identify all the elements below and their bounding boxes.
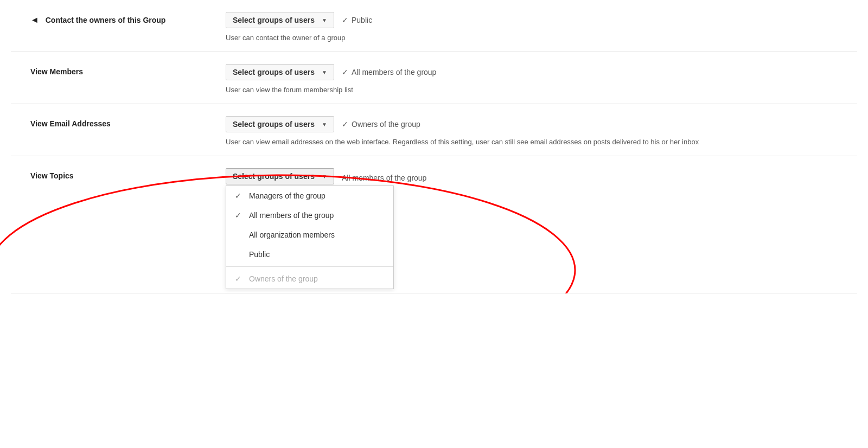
view-members-check-label: All members of the group bbox=[352, 68, 436, 76]
view-members-row: View Members Select groups of users ▼ ✓ … bbox=[11, 52, 857, 104]
contact-owners-row: ◄ Contact the owners of this Group Selec… bbox=[11, 0, 857, 52]
view-topics-dropdown-container: Select groups of users ▼ ✓ Managers of t… bbox=[226, 168, 334, 184]
checkmark-icon: ✓ bbox=[342, 16, 348, 24]
view-topics-check-label: All members of the group bbox=[342, 174, 426, 182]
dropdown-check-icon: ✓ bbox=[235, 191, 244, 200]
dropdown-item-public[interactable]: Public bbox=[226, 245, 393, 264]
dropdown-arrow-icon: ▼ bbox=[322, 17, 327, 23]
dropdown-check-icon bbox=[235, 231, 244, 239]
view-topics-check: All members of the group bbox=[342, 174, 426, 182]
dropdown-item-org-members-label: All organization members bbox=[249, 231, 335, 239]
dropdown-item-owners[interactable]: ✓ Owners of the group bbox=[226, 269, 393, 289]
dropdown-divider bbox=[226, 266, 393, 267]
view-topics-row: View Topics Select groups of users ▼ ✓ M… bbox=[11, 156, 857, 293]
checkmark-icon: ✓ bbox=[342, 120, 348, 129]
dropdown-item-managers[interactable]: ✓ Managers of the group bbox=[226, 186, 393, 206]
dropdown-check-icon: ✓ bbox=[235, 211, 244, 220]
back-arrow[interactable]: ◄ bbox=[30, 15, 39, 24]
view-topics-dropdown-menu: ✓ Managers of the group ✓ All members of… bbox=[226, 185, 394, 289]
view-email-label: View Email Addresses bbox=[30, 119, 111, 128]
contact-owners-dropdown[interactable]: Select groups of users ▼ bbox=[226, 12, 334, 28]
dropdown-item-public-label: Public bbox=[249, 250, 270, 259]
dropdown-item-managers-label: Managers of the group bbox=[249, 191, 326, 200]
contact-owners-check-label: Public bbox=[352, 16, 372, 24]
dropdown-item-org-members[interactable]: All organization members bbox=[226, 225, 393, 245]
view-topics-label: View Topics bbox=[30, 171, 74, 180]
view-members-description: User can view the forum membership list bbox=[226, 86, 714, 94]
dropdown-item-all-members[interactable]: ✓ All members of the group bbox=[226, 206, 393, 225]
view-members-check: ✓ All members of the group bbox=[342, 68, 436, 76]
contact-owners-check: ✓ Public bbox=[342, 16, 372, 24]
view-members-dropdown[interactable]: Select groups of users ▼ bbox=[226, 64, 334, 80]
dropdown-arrow-icon: ▼ bbox=[322, 121, 327, 127]
view-email-dropdown-label: Select groups of users bbox=[233, 120, 315, 129]
view-topics-dropdown[interactable]: Select groups of users ▼ bbox=[226, 168, 334, 184]
contact-owners-description: User can contact the owner of a group bbox=[226, 34, 714, 42]
contact-owners-label: Contact the owners of this Group bbox=[46, 16, 166, 24]
view-members-dropdown-label: Select groups of users bbox=[233, 68, 315, 76]
view-topics-dropdown-label: Select groups of users bbox=[233, 172, 315, 181]
view-email-check: ✓ Owners of the group bbox=[342, 120, 420, 129]
dropdown-check-icon bbox=[235, 250, 244, 259]
view-email-check-label: Owners of the group bbox=[352, 120, 420, 129]
view-email-row: View Email Addresses Select groups of us… bbox=[11, 104, 857, 156]
checkmark-icon: ✓ bbox=[342, 68, 348, 76]
dropdown-item-owners-label: Owners of the group bbox=[249, 274, 318, 283]
contact-owners-dropdown-label: Select groups of users bbox=[233, 16, 315, 24]
view-email-dropdown[interactable]: Select groups of users ▼ bbox=[226, 116, 334, 132]
dropdown-arrow-icon: ▼ bbox=[322, 69, 327, 75]
view-members-label: View Members bbox=[30, 67, 83, 76]
dropdown-check-icon: ✓ bbox=[235, 274, 244, 283]
view-email-description: User can view email addresses on the web… bbox=[226, 138, 714, 146]
dropdown-arrow-icon: ▼ bbox=[322, 174, 327, 180]
dropdown-item-all-members-label: All members of the group bbox=[249, 211, 334, 220]
